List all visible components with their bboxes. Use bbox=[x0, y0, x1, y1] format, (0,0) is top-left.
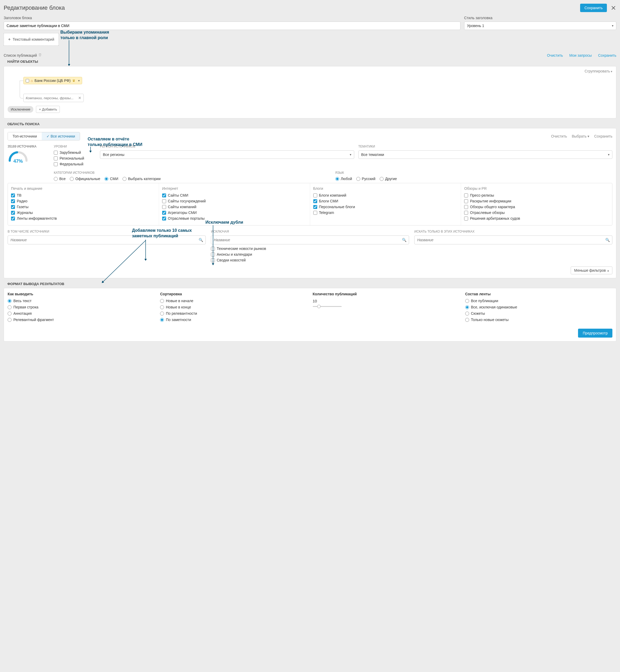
grp2-sites-gov[interactable]: Сайты госучреждений bbox=[162, 199, 307, 203]
sort-prominence[interactable]: По заметности bbox=[160, 318, 307, 322]
search-icon[interactable]: 🔍 bbox=[199, 238, 203, 242]
grp4-title: Обзоры и PR bbox=[464, 186, 609, 191]
grp1-agencies[interactable]: Ленты информагентств bbox=[11, 216, 156, 221]
clear-link[interactable]: Очистить bbox=[547, 53, 563, 57]
lang-ru[interactable]: Русский bbox=[356, 177, 375, 181]
feed-unique[interactable]: Все, исключая одинаковые bbox=[465, 305, 612, 309]
lvl-foreign[interactable]: Зарубежный bbox=[54, 150, 96, 155]
grp1-newspapers[interactable]: Газеты bbox=[11, 205, 156, 209]
text-comment-button[interactable]: + Текстовый комментарий bbox=[4, 33, 59, 46]
sources-count: 35169 ИСТОЧНИКА bbox=[8, 145, 50, 148]
grp3-title: Блоги bbox=[313, 186, 458, 191]
add-button[interactable]: + Добавить bbox=[36, 106, 60, 113]
object-tag[interactable]: ⌂ Банк России (ЦБ РФ) ♛ ▾ bbox=[23, 77, 82, 84]
less-filters-button[interactable]: Меньше фильтров bbox=[571, 267, 612, 274]
region-select[interactable]: Все регионы bbox=[100, 150, 354, 159]
fmt-col2-head: Сортировка bbox=[160, 292, 307, 296]
exclude-input[interactable] bbox=[211, 235, 409, 244]
include-input[interactable] bbox=[8, 235, 206, 244]
grp3-corp-blogs[interactable]: Блоги компаний bbox=[313, 193, 458, 197]
style-label: Стиль заголовка bbox=[464, 16, 616, 20]
fmt-col1-head: Как выводить bbox=[8, 292, 155, 296]
fmt-relevant[interactable]: Релевантный фрагмент bbox=[8, 318, 155, 322]
crown-icon: ♛ bbox=[72, 79, 75, 83]
cat-official[interactable]: Официальные bbox=[70, 177, 100, 181]
fmt-full-text[interactable]: Весь текст bbox=[8, 299, 155, 303]
cat-smi[interactable]: СМИ bbox=[104, 177, 118, 181]
lvl-federal[interactable]: Федеральный bbox=[54, 162, 96, 166]
pub-list-title: Список публикаций bbox=[4, 53, 37, 57]
tag-checkbox[interactable] bbox=[26, 79, 29, 83]
grp2-aggregators[interactable]: Агрегаторы СМИ bbox=[162, 210, 307, 215]
clear-link2[interactable]: Очистить bbox=[551, 134, 567, 138]
grp4-industry[interactable]: Отраслевые обзоры bbox=[464, 210, 609, 215]
include-label: В ТОМ ЧИСЛЕ ИСТОЧНИКИ bbox=[8, 230, 206, 233]
exclude-label: ИСКЛЮЧАЯ bbox=[211, 230, 409, 233]
grp4-disclosure[interactable]: Раскрытие информации bbox=[464, 199, 609, 203]
grp4-court[interactable]: Решения арбитражных судов bbox=[464, 216, 609, 221]
home-icon: ⌂ bbox=[31, 79, 33, 83]
block-title-input[interactable] bbox=[4, 21, 461, 30]
sort-new-first[interactable]: Новые в начале bbox=[160, 299, 307, 303]
group-link[interactable]: Сгруппировать bbox=[584, 69, 612, 73]
lang-label: ЯЗЫК bbox=[335, 171, 613, 175]
search-area-heading: ОБЛАСТЬ ПОИСКА bbox=[7, 122, 616, 126]
count-value: 10 bbox=[313, 299, 317, 303]
fmt-col4-head: Состав ленты bbox=[465, 292, 612, 296]
trash-icon[interactable] bbox=[38, 53, 42, 57]
grp3-telegram[interactable]: Telegram bbox=[313, 210, 458, 215]
ex-tech-news[interactable]: Технические новости рынков bbox=[211, 246, 409, 251]
company-search-box[interactable]: ✕ bbox=[23, 94, 84, 102]
choose-link[interactable]: Выбрать ▾ bbox=[572, 134, 589, 138]
region-label: РЕГИОН ИСТОЧНИКОВ bbox=[100, 145, 354, 148]
lvl-regional[interactable]: Региональный bbox=[54, 156, 96, 160]
levels-label: УРОВНИ bbox=[54, 145, 96, 148]
close-icon[interactable] bbox=[611, 5, 616, 11]
tab-top-sources[interactable]: Топ-источники bbox=[8, 132, 42, 140]
fmt-first-line[interactable]: Первая строка bbox=[8, 305, 155, 309]
only-input[interactable] bbox=[414, 235, 612, 244]
grp1-radio[interactable]: Радио bbox=[11, 199, 156, 203]
fmt-annotation[interactable]: Аннотация bbox=[8, 311, 155, 316]
search-icon[interactable]: 🔍 bbox=[605, 238, 610, 242]
fmt-col3-head: Количество публикаций bbox=[313, 292, 460, 296]
save-link2[interactable]: Сохранить bbox=[594, 134, 612, 138]
grp3-smi-blogs[interactable]: Блоги СМИ bbox=[313, 199, 458, 203]
clear-input-icon[interactable]: ✕ bbox=[78, 96, 81, 100]
grp1-tv[interactable]: ТВ bbox=[11, 193, 156, 197]
feed-all[interactable]: Все публикации bbox=[465, 299, 612, 303]
grp3-personal[interactable]: Персональные блоги bbox=[313, 205, 458, 209]
grp2-sites-corp[interactable]: Сайты компаний bbox=[162, 205, 307, 209]
lang-any[interactable]: Любой bbox=[335, 177, 352, 181]
grp4-press[interactable]: Пресс-релизы bbox=[464, 193, 609, 197]
search-icon[interactable]: 🔍 bbox=[402, 238, 406, 242]
company-search-input[interactable] bbox=[26, 96, 76, 100]
sort-relevance[interactable]: По релевантности bbox=[160, 311, 307, 316]
grp2-sites-smi[interactable]: Сайты СМИ bbox=[162, 193, 307, 197]
lang-other[interactable]: Другие bbox=[380, 177, 397, 181]
save-link[interactable]: Сохранить bbox=[598, 53, 616, 57]
count-slider[interactable] bbox=[313, 306, 342, 307]
grp4-general[interactable]: Обзоры общего характера bbox=[464, 205, 609, 209]
grp1-magazines[interactable]: Журналы bbox=[11, 210, 156, 215]
my-queries-link[interactable]: Мои запросы bbox=[569, 53, 592, 57]
exclusion-pill[interactable]: Исключение bbox=[8, 106, 33, 112]
chevron-down-icon[interactable]: ▾ bbox=[78, 79, 80, 83]
tab-all-sources[interactable]: Все источники bbox=[42, 132, 80, 140]
cat-all[interactable]: Все bbox=[54, 177, 66, 181]
style-select[interactable]: Уровень 1 bbox=[464, 21, 616, 30]
preview-button[interactable]: Предпросмотр bbox=[578, 329, 612, 338]
ex-announcements[interactable]: Анонсы и календари bbox=[211, 252, 409, 256]
feed-new-stories[interactable]: Только новые сюжеты bbox=[465, 318, 612, 322]
ex-digests[interactable]: Сводки новостей bbox=[211, 258, 409, 262]
gauge-chart: 47% bbox=[8, 150, 29, 163]
find-objects-heading: НАЙТИ ОБЪЕКТЫ bbox=[7, 60, 616, 63]
sort-new-last[interactable]: Новые в конце bbox=[160, 305, 307, 309]
grp2-industry[interactable]: Отраслевые порталы bbox=[162, 216, 307, 221]
cats-label: КАТЕГОРИИ ИСТОЧНИКОВ bbox=[54, 171, 331, 175]
topics-select[interactable]: Все тематики bbox=[358, 150, 613, 159]
save-button[interactable]: Сохранить bbox=[580, 4, 607, 12]
feed-stories[interactable]: Сюжеты bbox=[465, 311, 612, 316]
cat-choose[interactable]: Выбрать категории bbox=[122, 177, 161, 181]
grp1-title: Печать и вещание bbox=[11, 186, 156, 191]
